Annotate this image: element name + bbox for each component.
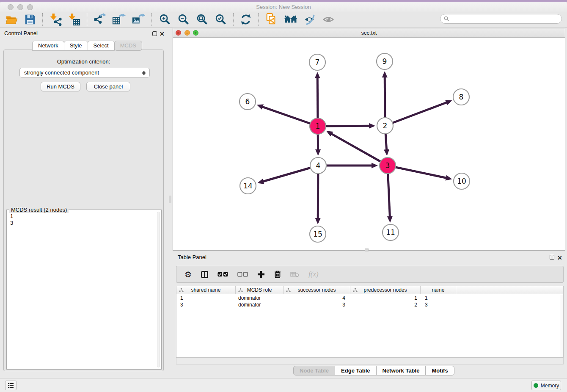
application-window: Session: New Session (0, 0, 567, 392)
graph-edge-3-10[interactable] (388, 166, 447, 178)
table-settings-button[interactable]: ⚙ (181, 267, 195, 282)
table-row[interactable]: 1 dominator 4 1 1 (176, 295, 563, 302)
table-header-row: shared name MCDS role successor nodes pr… (176, 286, 563, 294)
save-floppy-icon (24, 14, 36, 25)
search-input[interactable] (451, 15, 561, 23)
graph-edge-2-8[interactable] (385, 102, 447, 126)
select-stepper-icon (141, 69, 146, 76)
graph-edge-arrowhead (257, 104, 264, 109)
optimization-select[interactable]: strongly connected component (19, 68, 150, 77)
control-panel-title: Control Panel (4, 30, 38, 36)
column-header-successor-nodes[interactable]: successor nodes (284, 286, 350, 294)
delete-table-button[interactable] (286, 267, 303, 282)
export-network-icon (94, 13, 106, 26)
search-icon (444, 16, 449, 22)
close-panel-button[interactable]: Close panel (86, 82, 130, 91)
unselect-all-columns-button[interactable] (234, 267, 252, 282)
control-panel-close-button[interactable]: ✕ (160, 31, 165, 36)
home-reset-layout-button[interactable] (281, 12, 301, 27)
network-window-title: scc.txt (173, 30, 565, 36)
zoom-in-button[interactable] (155, 12, 174, 27)
table-horizontal-scrollbar[interactable] (176, 358, 564, 364)
network-graph[interactable]: 1234678910111415 (173, 38, 565, 250)
tab-network-table[interactable]: Network Table (376, 366, 426, 375)
zoom-selected-button[interactable] (211, 12, 230, 27)
hide-selection-button[interactable] (301, 12, 319, 27)
graph-edge-1-6[interactable] (262, 107, 318, 126)
eye-slash-icon (304, 14, 317, 25)
graph-node-label: 15 (313, 230, 322, 238)
add-column-button[interactable] (253, 267, 269, 282)
unchecked-boxes-icon (237, 272, 248, 277)
session-title: Session: New Session (0, 4, 567, 10)
show-selection-button[interactable] (319, 12, 338, 27)
tab-mcds[interactable]: MCDS (114, 41, 142, 51)
table-panel-float-button[interactable] (550, 255, 554, 259)
table-row[interactable]: 3 dominator 3 2 3 (176, 302, 563, 309)
tab-network[interactable]: Network (32, 41, 64, 51)
run-mcds-button[interactable]: Run MCDS (41, 82, 80, 91)
column-header-mcds-role[interactable]: MCDS role (236, 286, 284, 294)
cell-name: 1 (421, 295, 456, 302)
graph-edge-3-1[interactable] (331, 134, 388, 166)
plus-icon (257, 271, 265, 278)
tab-style[interactable]: Style (64, 41, 88, 51)
eye-icon (322, 14, 335, 25)
horizontal-splitter-grip[interactable] (365, 248, 369, 251)
gear-icon: ⚙ (184, 271, 192, 279)
zoom-selected-icon (214, 13, 227, 26)
zoom-fit-button[interactable] (193, 12, 211, 27)
toolbar-separator (87, 13, 87, 26)
tab-edge-table[interactable]: Edge Table (335, 366, 376, 375)
table-panel-close-button[interactable]: ✕ (557, 255, 562, 260)
function-builder-button[interactable]: f(x) (305, 267, 322, 282)
control-panel-float-button[interactable] (152, 31, 157, 36)
import-network-button[interactable] (46, 12, 65, 27)
apply-layout-button[interactable] (237, 12, 255, 27)
export-image-button[interactable] (129, 12, 148, 27)
table-vertical-scrollbar[interactable] (560, 295, 563, 357)
function-icon: f(x) (308, 270, 319, 279)
delete-column-button[interactable] (270, 267, 285, 282)
column-header-name[interactable]: name (421, 286, 456, 294)
task-history-button[interactable] (5, 381, 17, 390)
clone-network-button[interactable] (262, 12, 281, 27)
save-session-button[interactable] (21, 12, 39, 27)
memory-status-icon (534, 383, 538, 388)
toolbar-separator (151, 13, 152, 26)
vertical-splitter-grip[interactable] (169, 196, 171, 203)
memory-button[interactable]: Memory (531, 381, 561, 390)
export-network-button[interactable] (91, 12, 109, 27)
table-panel-title: Table Panel (178, 254, 206, 260)
column-namespace-icon (286, 288, 291, 293)
tab-select[interactable]: Select (88, 41, 115, 51)
zoom-out-button[interactable] (174, 12, 193, 27)
graph-edge-arrowhead (384, 149, 389, 156)
graph-node-label: 10 (457, 177, 466, 185)
graph-edge-arrowhead (382, 71, 388, 77)
graph-node-label: 4 (316, 161, 321, 170)
import-table-button[interactable] (65, 12, 83, 27)
graph-node-label: 9 (383, 57, 387, 66)
graph-edge-4-14[interactable] (263, 166, 318, 182)
split-panel-button[interactable] (197, 267, 212, 282)
column-label: MCDS role (247, 287, 272, 293)
tab-motifs[interactable]: Motifs (425, 366, 454, 375)
network-window-titlebar[interactable]: × − + scc.txt (173, 28, 565, 38)
result-scrollbar[interactable] (157, 212, 160, 367)
select-all-columns-button[interactable] (214, 267, 232, 282)
table-toolbar: ⚙ f(x) (176, 266, 564, 283)
zoom-out-icon (177, 13, 190, 26)
column-header-shared-name[interactable]: shared name (176, 286, 236, 294)
open-session-button[interactable] (3, 12, 21, 27)
graph-edge-arrowhead (445, 175, 452, 181)
export-table-button[interactable] (109, 12, 129, 27)
clone-network-icon (265, 13, 278, 26)
tab-node-table[interactable]: Node Table (293, 366, 335, 375)
graph-edge-arrowhead (372, 163, 378, 168)
graph-node-label: 8 (459, 93, 464, 101)
column-header-predecessor-nodes[interactable]: predecessor nodes (350, 286, 421, 294)
titlebar: Session: New Session (0, 2, 567, 12)
graph-edge-arrowhead (315, 218, 321, 224)
graph-edge-arrowhead (315, 72, 320, 78)
